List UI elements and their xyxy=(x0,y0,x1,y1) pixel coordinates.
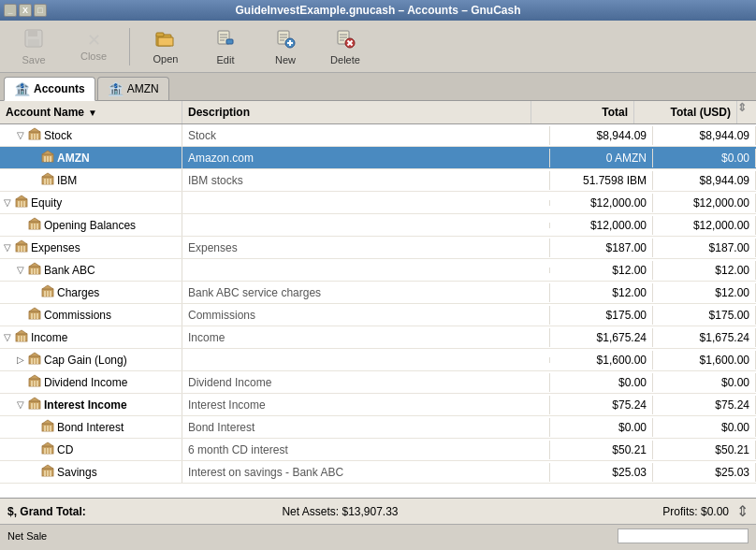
col-header-scroll: ⇕ xyxy=(737,101,756,123)
table-row[interactable]: ▽ ExpensesExpenses$187.00$187.00 xyxy=(0,237,756,259)
account-total-usd: $0.00 xyxy=(653,149,756,167)
account-desc: Bank ABC service charges xyxy=(182,283,550,302)
svg-marker-76 xyxy=(29,353,40,356)
table-row[interactable]: Opening Balances$12,000.00$12,000.00 xyxy=(0,214,756,237)
svg-marker-101 xyxy=(42,465,53,469)
table-row[interactable]: AMZNAmazon.com0 AMZN$0.00 xyxy=(0,147,756,169)
svg-marker-5 xyxy=(158,37,173,46)
col-header-total-usd[interactable]: Total (USD) xyxy=(634,101,737,123)
svg-rect-94 xyxy=(50,426,51,431)
accounts-table[interactable]: ▽ StockStock$8,944.09$8,944.09 AMZNAmazo… xyxy=(0,124,756,498)
titlebar: _ X □ GuideInvestExample.gnucash – Accou… xyxy=(0,0,756,21)
new-icon xyxy=(275,28,296,52)
account-name: Opening Balances xyxy=(44,219,136,232)
tree-arrow[interactable]: ▽ xyxy=(17,399,26,410)
svg-rect-47 xyxy=(31,224,33,229)
account-desc xyxy=(182,223,550,228)
account-name: Interest Income xyxy=(44,398,127,412)
account-total: 0 AMZN xyxy=(550,149,653,167)
tab-accounts[interactable]: 🏦 Accounts xyxy=(4,77,95,101)
account-name: Equity xyxy=(31,196,62,210)
svg-rect-83 xyxy=(34,381,36,386)
account-name: CD xyxy=(57,443,73,456)
tree-arrow[interactable]: ▽ xyxy=(17,130,26,140)
save-button[interactable]: Save xyxy=(7,24,60,69)
new-button[interactable]: New xyxy=(259,24,312,69)
account-total-usd: $25.03 xyxy=(653,463,756,482)
account-total-usd: $0.00 xyxy=(653,418,756,437)
svg-marker-41 xyxy=(16,195,27,199)
svg-rect-62 xyxy=(44,291,46,297)
account-total: $12,000.00 xyxy=(550,216,653,235)
table-row[interactable]: ▽ Equity$12,000.00$12,000.00 xyxy=(0,192,756,214)
svg-rect-97 xyxy=(44,448,46,454)
account-name: Stock xyxy=(44,129,72,142)
tree-arrow[interactable]: ▽ xyxy=(4,197,13,208)
delete-button[interactable]: Delete xyxy=(319,24,371,69)
scroll-icon: ⇕ xyxy=(737,101,747,114)
open-icon xyxy=(155,29,176,51)
table-header: Account Name ▼ Description Total Total (… xyxy=(0,101,756,124)
account-total-usd: $175.00 xyxy=(653,306,756,325)
table-row[interactable]: ▽ IncomeIncome$1,675.24$1,675.24 xyxy=(0,326,756,349)
svg-rect-103 xyxy=(47,470,49,476)
table-row[interactable]: ▷ Cap Gain (Long)$1,600.00$1,600.00 xyxy=(0,349,756,371)
svg-rect-92 xyxy=(44,426,46,431)
close-icon: ✕ xyxy=(87,32,101,49)
close-label: Close xyxy=(80,51,107,62)
svg-rect-39 xyxy=(50,179,51,184)
maximize-button[interactable]: □ xyxy=(34,4,47,17)
tree-arrow[interactable]: ▽ xyxy=(4,242,13,253)
tab-amzn[interactable]: 🏦 AMZN xyxy=(97,77,169,100)
account-total: $75.24 xyxy=(550,396,653,414)
table-row[interactable]: ▽ Bank ABC$12.00$12.00 xyxy=(0,259,756,282)
grand-total-label: $, Grand Total: xyxy=(7,505,120,518)
col-header-total[interactable]: Total xyxy=(531,101,634,123)
bottom-bar: $, Grand Total: Net Assets: $13,907.33 P… xyxy=(0,498,756,524)
col-name-label: Account Name xyxy=(6,106,84,119)
col-header-name[interactable]: Account Name ▼ xyxy=(0,101,182,123)
account-name: Commissions xyxy=(44,309,111,322)
svg-rect-43 xyxy=(21,201,22,207)
account-icon xyxy=(41,419,54,435)
window-title: GuideInvestExample.gnucash – Accounts – … xyxy=(236,4,521,17)
account-total-usd: $8,944.09 xyxy=(653,126,756,145)
svg-marker-66 xyxy=(29,308,40,311)
account-desc: Interest Income xyxy=(182,396,550,414)
table-row[interactable]: ChargesBank ABC service charges$12.00$12… xyxy=(0,282,756,304)
account-desc: Commissions xyxy=(182,306,550,325)
svg-rect-33 xyxy=(47,156,49,162)
window-controls[interactable]: _ X □ xyxy=(4,4,47,17)
svg-rect-104 xyxy=(50,470,51,476)
close-button[interactable]: X xyxy=(19,4,32,17)
minimize-button[interactable]: _ xyxy=(4,4,17,17)
close-button-toolbar[interactable]: ✕ Close xyxy=(67,24,120,69)
account-total-usd: $1,600.00 xyxy=(653,351,756,369)
tree-arrow[interactable]: ▽ xyxy=(17,265,26,275)
table-row[interactable]: IBMIBM stocks51.7598 IBM$8,944.09 xyxy=(0,169,756,192)
svg-rect-87 xyxy=(31,403,33,409)
account-desc xyxy=(182,357,550,363)
edit-icon xyxy=(215,28,236,52)
table-row[interactable]: SavingsInterest on savings - Bank ABC$25… xyxy=(0,461,756,484)
account-icon xyxy=(41,441,54,457)
scroll-buttons[interactable]: ⇕ xyxy=(736,502,749,520)
account-desc: Amazon.com xyxy=(182,149,550,167)
open-button[interactable]: Open xyxy=(139,24,192,69)
table-row[interactable]: CommissionsCommissions$175.00$175.00 xyxy=(0,304,756,326)
account-icon xyxy=(28,352,41,368)
table-row[interactable]: ▽ StockStock$8,944.09$8,944.09 xyxy=(0,124,756,147)
tree-arrow[interactable]: ▷ xyxy=(17,355,26,365)
account-total: $0.00 xyxy=(550,373,653,392)
account-total-usd: $8,944.09 xyxy=(653,171,756,190)
col-header-desc[interactable]: Description xyxy=(182,101,531,123)
table-row[interactable]: Dividend IncomeDividend Income$0.00$0.00 xyxy=(0,371,756,394)
table-row[interactable]: CD6 month CD interest$50.21$50.21 xyxy=(0,439,756,461)
table-row[interactable]: ▽ Interest IncomeInterest Income$75.24$7… xyxy=(0,394,756,416)
account-total: 51.7598 IBM xyxy=(550,171,653,190)
edit-button[interactable]: Edit xyxy=(199,24,252,69)
tree-arrow[interactable]: ▽ xyxy=(4,332,13,342)
account-total: $175.00 xyxy=(550,306,653,325)
svg-rect-48 xyxy=(34,224,36,229)
table-row[interactable]: Bond InterestBond Interest$0.00$0.00 xyxy=(0,416,756,439)
